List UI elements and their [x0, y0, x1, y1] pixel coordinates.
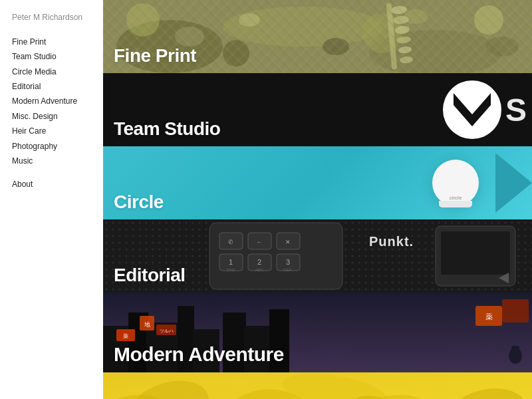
nav-item-music[interactable]: Music	[12, 154, 91, 168]
svg-text:STO: STO	[227, 268, 235, 272]
team-studio-logo-icon	[439, 80, 505, 140]
svg-text:DEF: DEF	[284, 268, 292, 272]
svg-text:ABC: ABC	[255, 268, 264, 272]
project-tile-modern-adventure[interactable]: 薬 地 ツルハ 薬 Modern Adventure	[103, 293, 532, 372]
nav-link-music[interactable]: Music	[12, 154, 91, 168]
misc-design-bg	[103, 372, 532, 399]
svg-text:✕: ✕	[285, 239, 291, 245]
svg-point-21	[443, 80, 501, 139]
svg-rect-66	[303, 293, 469, 372]
svg-text:1: 1	[229, 258, 233, 266]
circle-bg: circle	[103, 146, 532, 219]
nav-link-circle-media[interactable]: Circle Media	[12, 65, 91, 78]
circle-label: Circle	[114, 193, 164, 211]
svg-text:薬: 薬	[485, 313, 493, 321]
author-name: Peter M Richardson	[12, 12, 91, 23]
svg-text:ツルハ: ツルハ	[160, 329, 174, 333]
fine-print-label: Fine Print	[114, 47, 196, 65]
about-link[interactable]: About	[12, 180, 33, 189]
nav-link-photography[interactable]: Photography	[12, 140, 91, 153]
about-link-container[interactable]: About	[12, 180, 91, 189]
nav-item-circle-media[interactable]: Circle Media	[12, 65, 91, 78]
nav-item-editorial[interactable]: Editorial	[12, 80, 91, 93]
nav-link-misc-design[interactable]: Misc. Design	[12, 110, 91, 123]
svg-rect-63	[502, 299, 529, 323]
nav-item-heir-care[interactable]: Heir Care	[12, 124, 91, 138]
sidebar: Peter M Richardson Fine Print Team Studi…	[0, 0, 103, 399]
svg-text:✆: ✆	[228, 239, 233, 245]
nav-link-fine-print[interactable]: Fine Print	[12, 35, 91, 49]
team-studio-label: Team Studio	[114, 120, 220, 138]
svg-rect-65	[511, 346, 519, 362]
project-tile-misc-design[interactable]: Misc. Design	[103, 372, 532, 399]
svg-rect-44	[441, 231, 510, 275]
nav-item-misc-design[interactable]: Misc. Design	[12, 110, 91, 123]
project-tile-team-studio[interactable]: S Team Studio	[103, 73, 532, 146]
circle-arrow-icon	[495, 153, 532, 213]
nav-item-team-studio[interactable]: Team Studio	[12, 50, 91, 63]
nav-link-modern-adventure[interactable]: Modern Adventure	[12, 94, 91, 108]
svg-text:Punkt.: Punkt.	[369, 234, 414, 249]
nav-item-photography[interactable]: Photography	[12, 140, 91, 153]
project-tile-fine-print[interactable]: Fine Print	[103, 0, 532, 73]
main-content: Fine Print S Team Studio circle Circle	[103, 0, 532, 399]
nav-link-editorial[interactable]: Editorial	[12, 80, 91, 93]
project-tile-circle[interactable]: circle Circle	[103, 146, 532, 219]
svg-text:地: 地	[144, 321, 150, 328]
nav-item-modern-adventure[interactable]: Modern Adventure	[12, 94, 91, 108]
modern-adventure-label: Modern Adventure	[114, 344, 284, 364]
svg-text:3: 3	[286, 258, 290, 266]
nav-link-heir-care[interactable]: Heir Care	[12, 124, 91, 138]
editorial-label: Editorial	[114, 266, 186, 285]
svg-text:2: 2	[257, 258, 261, 266]
project-tile-editorial[interactable]: ✆ ← ✕ 1 2 3 STO ABC DEF Punkt. Editorial	[103, 219, 532, 293]
nav-list: Fine Print Team Studio Circle Media Edit…	[12, 35, 91, 168]
team-studio-s-letter: S	[505, 92, 527, 128]
nav-link-team-studio[interactable]: Team Studio	[12, 50, 91, 63]
svg-text:薬: 薬	[123, 333, 128, 339]
svg-text:←: ←	[257, 239, 263, 245]
circle-device-icon: circle	[432, 160, 479, 206]
nav-item-fine-print[interactable]: Fine Print	[12, 35, 91, 49]
